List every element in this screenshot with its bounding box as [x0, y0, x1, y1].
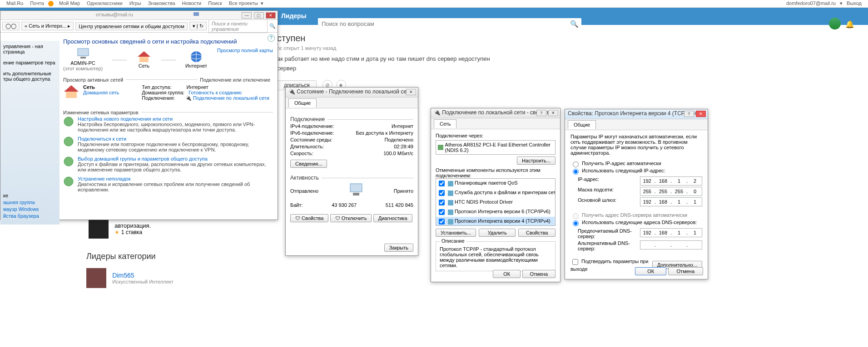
conn-link[interactable]: 🔌 Подключение по локальной сети [185, 95, 269, 101]
nav-pochta[interactable]: Почта [30, 0, 44, 6]
leaders-block: Лидеры категории Dim565 Искусственный Ин… [86, 245, 174, 288]
sidebar-item[interactable]: тры общего доступа [3, 76, 50, 82]
node-network[interactable]: Сеть [136, 50, 152, 68]
component-item[interactable]: HTC NDIS Protocol Driver [436, 198, 555, 207]
sidebar-item[interactable]: тера [45, 60, 55, 65]
configure-button[interactable]: Настроить... [517, 156, 556, 165]
component-checkbox[interactable] [439, 200, 445, 205]
node-internet[interactable]: Интернет [185, 50, 207, 68]
leader-name[interactable]: Dim565 [112, 272, 173, 279]
sidebar-item[interactable]: ке [3, 193, 8, 198]
preferred-dns-input[interactable]: ... [640, 228, 702, 237]
protocol-icon [448, 200, 453, 205]
cp-search-icon[interactable]: 🔍 [269, 23, 276, 29]
nav-search[interactable]: Поиск [208, 0, 222, 6]
nav-games[interactable]: Игры [129, 0, 141, 6]
protocol-icon [448, 181, 453, 186]
tab-general[interactable]: Общие [568, 120, 596, 129]
component-checkbox[interactable] [439, 190, 445, 196]
sidebar-item[interactable]: йства браузера [3, 213, 39, 219]
hg-link[interactable]: Домашняя сеть [83, 90, 119, 95]
bc-current[interactable]: Центр управления сетями и общим доступом [75, 22, 187, 30]
component-checkbox[interactable] [439, 181, 445, 186]
nav-mailru[interactable]: Mail.Ru [6, 0, 23, 6]
nav-news[interactable]: Новости [182, 0, 202, 6]
help-button[interactable]: ? [536, 110, 546, 116]
leader-role: Искусственный Интеллект [112, 279, 173, 284]
option-link[interactable]: Настройка нового подключения или сети [78, 116, 273, 122]
house-icon [136, 50, 152, 63]
node-pc[interactable]: ADMIN-PC(этот компьютер) [63, 48, 103, 71]
close-dialog-button[interactable]: Закрыть [384, 244, 413, 252]
ok-button[interactable]: ОК [635, 267, 666, 275]
minimize-button[interactable]: — [242, 12, 252, 19]
nav-user[interactable]: domfedoro07@mail.ru [786, 0, 836, 6]
properties-button[interactable]: 🛡 Свойства [290, 214, 328, 222]
nav-logout[interactable]: Выход [847, 0, 862, 6]
component-props-button[interactable]: Свойства [518, 229, 556, 237]
install-button[interactable]: Установить... [436, 229, 476, 237]
option-link[interactable]: Устранение неполадок [78, 176, 273, 181]
alternate-dns-input[interactable]: ... [640, 240, 702, 249]
component-item[interactable]: Служба доступа к файлам и принтерам сете… [436, 188, 555, 198]
details-button[interactable]: Сведения... [290, 160, 327, 168]
option-link[interactable]: Выбор домашней группы и параметров общег… [78, 156, 273, 161]
search-input[interactable] [318, 18, 563, 29]
nav-all[interactable]: Все проекты [229, 0, 258, 6]
cancel-button[interactable]: Отмена [668, 267, 703, 275]
ip-address-input[interactable]: ... [640, 176, 702, 186]
header-tab-leaders[interactable]: Лидеры [275, 8, 313, 23]
subnet-mask-input[interactable]: ... [640, 187, 702, 196]
svg-marker-3 [138, 51, 150, 57]
radio-auto-ip[interactable]: Получить IP-адрес автоматически [570, 161, 661, 166]
tab-general[interactable]: Общие [288, 98, 317, 108]
nav-ok[interactable]: Одноклассники [87, 0, 123, 6]
component-item[interactable]: Протокол Интернета версии 6 (TCP/IPv6) [436, 207, 555, 217]
adapter-field: Atheros AR8152 PCI-E Fast Ethernet Contr… [436, 140, 556, 155]
help-button[interactable]: ? [684, 111, 694, 117]
hg-ready-link[interactable]: Готовность к созданию [188, 90, 242, 95]
leader-avatar[interactable] [86, 268, 106, 288]
sidebar-item[interactable]: мауэр Windows [3, 206, 39, 212]
diagnose-button[interactable]: Диагностика [373, 214, 412, 222]
close-button[interactable]: ✕ [548, 110, 558, 116]
close-button[interactable]: ✕ [696, 111, 706, 117]
active-nets-title: Просмотр активных сетей [63, 77, 126, 83]
component-checkbox[interactable] [439, 219, 445, 225]
component-list[interactable]: Планировщик пакетов QoS Служба доступа к… [436, 178, 556, 226]
maximize-button[interactable]: ▢ [254, 12, 264, 19]
component-item[interactable]: Планировщик пакетов QoS [436, 179, 555, 188]
fullmap-link[interactable]: Просмотр полной карты [217, 48, 273, 53]
cancel-button[interactable]: Отмена [522, 270, 556, 278]
close-button[interactable]: ✕ [406, 89, 416, 95]
component-item[interactable]: Протокол Интернета версии 4 (TCP/IPv4) [436, 217, 555, 226]
radio-manual-ip[interactable]: Использовать следующий IP-адрес: [570, 168, 665, 173]
radio-manual-dns[interactable]: Использовать следующие адреса DNS-сервер… [570, 220, 697, 225]
bc-refresh-button[interactable]: ▾ | ↻ [189, 22, 207, 30]
nav-back-button[interactable]: ◯◯ [2, 22, 20, 30]
search-icon[interactable]: 🔍 [570, 20, 579, 28]
cp-search-input[interactable]: Поиск в панели управления [208, 20, 268, 33]
sidebar-item[interactable]: ить дополнительные [3, 71, 51, 76]
avatar[interactable] [829, 18, 841, 29]
sidebar-item[interactable]: ение параметров [3, 60, 43, 65]
sidebar-item[interactable]: управления - [3, 44, 34, 49]
close-button[interactable]: ✕ [266, 12, 276, 19]
component-checkbox[interactable] [439, 209, 445, 215]
svg-rect-0 [193, 12, 199, 16]
bell-icon[interactable]: 🔔 [845, 20, 854, 29]
window-ipv4-properties: Свойства: Протокол Интернета версии 4 (T… [565, 109, 708, 279]
default-gateway-input[interactable]: ... [640, 197, 702, 206]
bc-root[interactable]: « Сеть и Интерн... ▸ [21, 22, 74, 30]
remove-button[interactable]: Удалить [479, 229, 516, 237]
change-params-title: Изменение сетевых параметров [63, 110, 141, 115]
nav-moimir[interactable]: Мой Мир [59, 0, 80, 6]
help-icon[interactable]: ? [268, 34, 275, 42]
ok-button[interactable]: ОК [493, 270, 521, 278]
disable-button[interactable]: 🛡 Отключить [330, 214, 372, 222]
nav-znak[interactable]: Знакомства [148, 0, 175, 6]
tab-network[interactable]: Сеть [434, 119, 456, 128]
conn-disc-link[interactable]: Подключение или отключение [197, 77, 273, 83]
option-link[interactable]: Подключиться к сети [78, 136, 273, 142]
sidebar-item[interactable]: ашняя группа [3, 200, 39, 205]
